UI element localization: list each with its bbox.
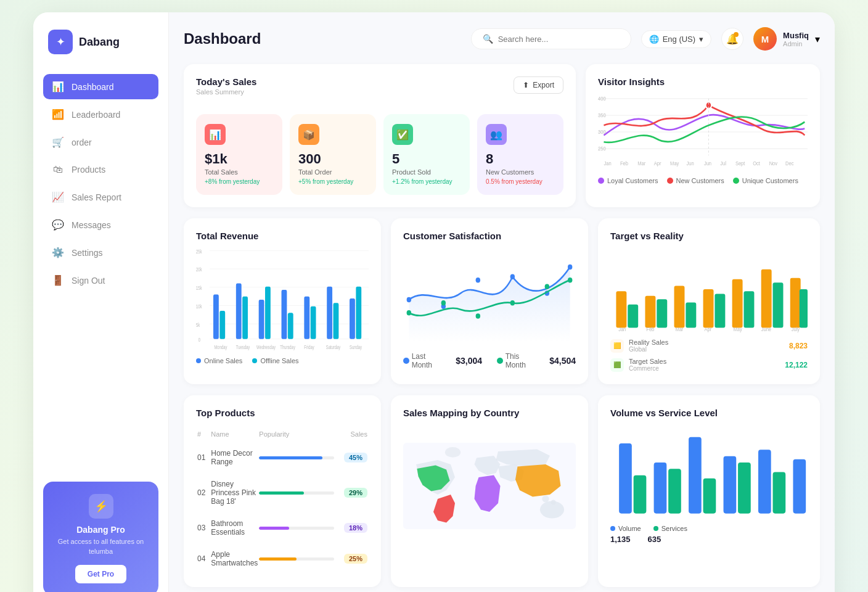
svg-point-89 xyxy=(542,495,549,502)
reality-sales-text: Reality Sales Global xyxy=(629,339,784,353)
svg-text:Mar: Mar xyxy=(637,161,645,167)
export-button[interactable]: ⬆ Export xyxy=(514,76,563,94)
svg-rect-67 xyxy=(616,291,626,327)
volume-stat-value: 1,135 xyxy=(610,535,631,544)
volume-legend-row: Volume Services xyxy=(610,525,808,532)
sidebar-item-dashboard[interactable]: 📊 Dashboard xyxy=(43,74,158,99)
svg-rect-79 xyxy=(790,278,801,328)
get-pro-button[interactable]: Get Pro xyxy=(75,565,126,583)
svg-text:May: May xyxy=(734,326,743,332)
svg-point-61 xyxy=(407,310,411,316)
product-row-4: 04 Apple Smartwatches 25% xyxy=(197,544,367,574)
svg-text:350: 350 xyxy=(598,113,606,119)
svg-rect-102 xyxy=(773,472,786,514)
product-sold-icon: ✅ xyxy=(392,124,413,145)
volume-legend: Volume xyxy=(610,525,641,532)
nav-menu: 📊 Dashboard 📶 Leaderboard 🛒 order 🛍 Prod… xyxy=(43,74,158,295)
svg-rect-69 xyxy=(645,296,655,328)
svg-point-91 xyxy=(540,501,564,519)
search-bar: 🔍 xyxy=(471,28,631,49)
sidebar-item-messages[interactable]: 💬 Messages xyxy=(43,212,158,237)
services-legend: Services xyxy=(653,525,687,532)
svg-text:Apr: Apr xyxy=(704,326,711,332)
svg-point-65 xyxy=(545,284,549,290)
svg-text:Thursday: Thursday xyxy=(280,344,295,350)
svg-text:June: June xyxy=(761,326,772,332)
svg-rect-38 xyxy=(259,300,264,339)
product-sold-label: Product Sold xyxy=(392,168,461,176)
product-sold-change: +1.2% from yesterday xyxy=(392,178,461,185)
promo-card: ⚡ Dabang Pro Get access to all features … xyxy=(43,482,158,592)
reality-sales-item: 🟨 Reality Sales Global 8,823 xyxy=(610,339,808,353)
search-input[interactable] xyxy=(498,35,620,44)
sidebar-item-settings[interactable]: ⚙️ Settings xyxy=(43,240,158,265)
svg-rect-97 xyxy=(689,437,702,514)
volume-service-title: Volume vs Service Level xyxy=(610,408,808,418)
this-month-legend: This Month $4,504 xyxy=(497,352,576,369)
dashboard-icon: 📊 xyxy=(52,81,64,92)
svg-text:Wednesday: Wednesday xyxy=(256,344,276,350)
svg-text:5k: 5k xyxy=(196,321,200,327)
prod-pop-3 xyxy=(259,513,334,543)
row-2: Total Revenue 25k 20k 15k xyxy=(184,218,820,384)
prod-pop-2 xyxy=(259,474,334,512)
prod-num-2: 02 xyxy=(197,474,210,512)
target-sales-value: 12,122 xyxy=(785,361,808,369)
col-sales: Sales xyxy=(335,427,367,442)
search-icon: 🔍 xyxy=(483,34,493,44)
target-sales-icon: 🟩 xyxy=(610,358,624,372)
reality-sales-icon: 🟨 xyxy=(610,339,624,353)
svg-point-58 xyxy=(510,274,515,280)
svg-text:Dec: Dec xyxy=(785,161,793,167)
sidebar-label-leaderboard: Leaderboard xyxy=(72,110,120,120)
svg-text:Sunday: Sunday xyxy=(350,344,362,350)
services-label: Services xyxy=(661,525,687,532)
svg-point-66 xyxy=(568,278,572,283)
sidebar-item-sales-report[interactable]: 📈 Sales Report xyxy=(43,184,158,210)
products-icon: 🛍 xyxy=(52,164,64,175)
language-selector[interactable]: 🌐 Eng (US) ▾ xyxy=(641,30,711,48)
settings-icon: ⚙️ xyxy=(52,247,64,258)
customer-satisfaction-card: Customer Satisfaction xyxy=(391,218,588,384)
svg-rect-71 xyxy=(674,286,685,328)
svg-rect-72 xyxy=(686,303,696,328)
prod-sales-2: 29% xyxy=(335,474,367,512)
user-info[interactable]: M Musfiq Admin ▾ xyxy=(753,27,820,51)
total-sales-change: +8% from yesterday xyxy=(205,178,274,185)
today-sales-subtitle: Sales Summery xyxy=(196,88,256,96)
this-month-dot xyxy=(497,358,503,364)
sales-mapping-card: Sales Mapping by Country xyxy=(391,395,588,587)
services-dot xyxy=(653,526,658,531)
prod-pop-1 xyxy=(259,443,334,472)
svg-text:10k: 10k xyxy=(196,303,202,310)
svg-rect-103 xyxy=(793,459,806,514)
leaderboard-icon: 📶 xyxy=(52,109,64,120)
visitor-legend: Loyal Customers New Customers Unique Cus… xyxy=(598,177,808,184)
svg-rect-73 xyxy=(703,289,714,327)
sidebar-item-sign-out[interactable]: 🚪 Sign Out xyxy=(43,268,158,293)
svg-text:400: 400 xyxy=(598,96,606,102)
new-customers-change: 0.5% from yesterday xyxy=(486,178,555,185)
sidebar-item-products[interactable]: 🛍 Products xyxy=(43,157,158,182)
sidebar-label-sign-out: Sign Out xyxy=(72,276,105,286)
prod-num-1: 01 xyxy=(197,443,210,472)
svg-text:Jan: Jan xyxy=(604,161,611,167)
total-order-icon: 📦 xyxy=(298,124,319,145)
notification-button[interactable]: 🔔 xyxy=(721,28,743,50)
export-icon: ⬆ xyxy=(523,81,529,89)
sidebar-item-order[interactable]: 🛒 order xyxy=(43,130,158,155)
svg-rect-39 xyxy=(265,287,271,339)
sidebar-label-order: order xyxy=(72,138,92,147)
legend-new: New Customers xyxy=(667,177,724,184)
svg-rect-35 xyxy=(219,311,225,339)
online-legend: Online Sales xyxy=(196,357,242,364)
volume-label: Volume xyxy=(618,525,641,532)
svg-text:Feb: Feb xyxy=(646,326,654,332)
stat-new-customers: 👥 8 New Customers 0.5% from yesterday xyxy=(477,114,563,195)
sidebar-item-leaderboard[interactable]: 📶 Leaderboard xyxy=(43,102,158,127)
svg-rect-68 xyxy=(628,305,638,328)
target-sales-item: 🟩 Target Sales Commerce 12,122 xyxy=(610,358,808,372)
promo-desc: Get access to all features on telumba xyxy=(53,537,149,556)
sidebar-label-dashboard: Dashboard xyxy=(72,82,114,92)
sidebar-label-settings: Settings xyxy=(72,248,103,258)
